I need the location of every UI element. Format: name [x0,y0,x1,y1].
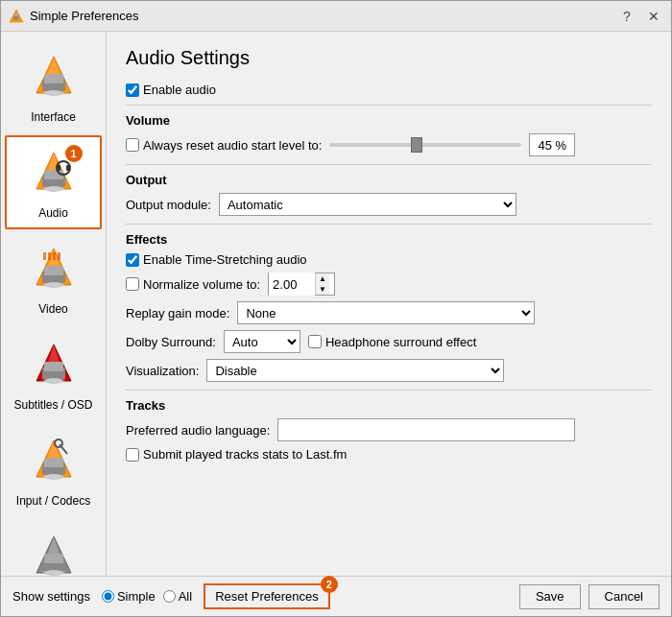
dolby-label: Dolby Surround: [126,335,216,349]
sidebar-item-interface-label: Interface [31,110,76,124]
svg-point-41 [44,570,63,576]
sidebar-item-audio-label: Audio [38,206,68,220]
submit-stats-row: Submit played tracks stats to Last.fm [126,447,652,462]
time-stretch-checkbox[interactable] [126,253,139,267]
enable-audio-checkbox[interactable] [126,83,139,97]
dolby-row: Dolby Surround: Auto On Off Headphone su… [126,330,652,353]
window-title: Simple Preferences [30,9,138,23]
svg-rect-28 [44,362,63,371]
replay-gain-row: Replay gain mode: None Track Album [126,301,652,324]
all-radio-label: All [179,589,192,604]
always-reset-row: Always reset audio start level to: 45 % [126,133,652,156]
preferred-lang-label: Preferred audio language: [126,423,270,438]
visualization-select[interactable]: Disable Spectrum analyzer Scope Vumeters… [206,359,504,382]
headphone-checkbox[interactable] [308,335,322,348]
output-module-row: Output module: Automatic DirectX audio o… [126,193,652,216]
sidebar-item-video-label: Video [38,302,67,316]
always-reset-label: Always reset audio start level to: [143,138,322,153]
time-stretch-row: Enable Time-Stretching audio [126,252,652,267]
normalize-checkbox[interactable] [126,277,139,291]
svg-point-29 [44,378,63,384]
svg-point-34 [44,474,63,480]
tracks-section-label: Tracks [126,398,652,413]
sidebar: Interface 1 [1,32,107,576]
normalize-down-btn[interactable]: ▼ [316,284,329,295]
svg-rect-21 [43,252,46,260]
volume-section-label: Volume [126,113,652,128]
output-module-select[interactable]: Automatic DirectX audio output WaveOut a… [219,193,516,216]
preferences-window: Simple Preferences ? ✕ I [0,0,672,617]
svg-rect-22 [48,252,51,260]
title-bar: Simple Preferences ? ✕ [1,1,671,32]
svg-rect-19 [44,266,63,275]
normalize-up-btn[interactable]: ▲ [316,273,329,284]
volume-slider[interactable] [329,143,521,147]
preferred-lang-row: Preferred audio language: [126,418,652,441]
sidebar-item-subtitles[interactable]: Subtitles / OSD [5,327,102,421]
reset-badge: 2 [321,576,338,593]
panel-title: Audio Settings [126,47,652,69]
replay-gain-select[interactable]: None Track Album [237,301,535,324]
always-reset-checkbox[interactable] [126,138,139,152]
sidebar-item-video[interactable]: Video [5,231,102,325]
effects-section-label: Effects [126,232,652,247]
enable-audio-row: Enable audio [126,83,652,97]
svg-rect-23 [53,252,56,260]
svg-point-36 [55,439,62,447]
close-button[interactable]: ✕ [644,7,663,26]
cancel-button[interactable]: Cancel [588,584,660,609]
hotkeys-icon [29,533,79,576]
bottom-bar: Show settings Simple All Reset Preferenc… [1,576,671,616]
effects-divider [126,224,652,225]
svg-rect-40 [44,554,63,563]
simple-radio[interactable] [102,590,114,603]
volume-divider [126,105,652,106]
output-section-label: Output [126,173,652,187]
show-settings-label: Show settings [12,589,90,604]
normalize-label: Normalize volume to: [143,277,260,292]
normalize-value[interactable] [269,273,315,296]
svg-rect-6 [44,74,63,83]
visualization-row: Visualization: Disable Spectrum analyzer… [126,359,652,382]
sidebar-item-audio[interactable]: 1 Audio [5,135,102,229]
svg-rect-2 [14,13,18,16]
reset-preferences-button[interactable]: Reset Preferences 2 [204,583,330,609]
svg-rect-24 [58,252,60,260]
enable-audio-label: Enable audio [143,83,216,97]
help-button[interactable]: ? [617,7,636,26]
all-radio[interactable] [163,590,176,603]
video-icon [29,245,79,295]
simple-radio-label: Simple [117,589,156,604]
subtitles-icon [29,341,79,391]
right-panel: Audio Settings Enable audio Volume Alway… [107,32,671,576]
input-icon [29,437,79,486]
preferred-lang-input[interactable] [277,418,575,441]
svg-point-7 [44,90,63,96]
sidebar-item-subtitles-label: Subtitles / OSD [13,398,92,412]
dolby-select[interactable]: Auto On Off [224,330,300,353]
audio-badge: 1 [65,145,83,162]
output-module-label: Output module: [126,198,211,212]
sidebar-item-input[interactable]: Input / Codecs [5,423,102,517]
sidebar-item-hotkeys[interactable]: Hotkeys [5,519,102,576]
save-button[interactable]: Save [519,584,581,609]
sidebar-item-interface[interactable]: Interface [5,39,102,133]
time-stretch-label: Enable Time-Stretching audio [143,252,307,267]
headphone-label: Headphone surround effect [325,335,476,349]
vlc-title-icon [9,9,24,24]
svg-rect-15 [66,165,69,171]
submit-stats-checkbox[interactable] [126,448,139,462]
tracks-divider [126,390,652,391]
svg-point-12 [44,186,63,192]
submit-stats-label: Submit played tracks stats to Last.fm [143,447,347,462]
svg-point-20 [44,282,63,288]
svg-rect-33 [44,458,63,467]
interface-icon [29,53,79,103]
visualization-label: Visualization: [126,364,199,378]
svg-rect-14 [58,165,60,171]
replay-gain-label: Replay gain mode: [126,306,229,320]
sidebar-item-input-label: Input / Codecs [16,494,90,508]
output-divider [126,164,652,165]
volume-percent: 45 % [529,133,575,156]
main-content: Interface 1 [1,32,671,576]
